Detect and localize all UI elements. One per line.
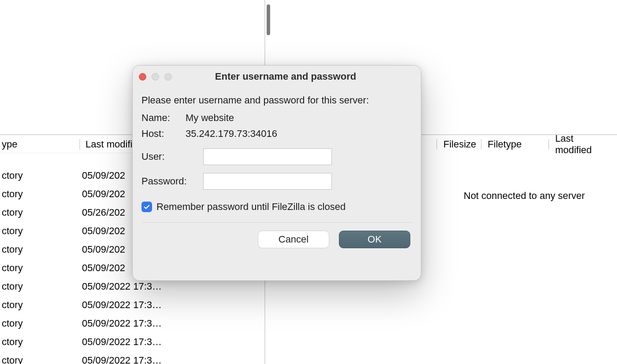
filetype-cell: ctory: [0, 262, 79, 274]
modified-cell: 05/09/202: [79, 225, 125, 237]
window-controls: [139, 73, 172, 81]
host-label: Host:: [141, 128, 186, 140]
password-input[interactable]: [203, 173, 332, 190]
zoom-icon: [164, 73, 172, 81]
column-header-last-modified-partial[interactable]: Last modifi: [84, 139, 132, 150]
remember-password-checkbox[interactable]: [141, 202, 152, 212]
filetype-cell: ctory: [0, 281, 79, 292]
modified-cell: 05/09/202: [79, 188, 125, 200]
table-row[interactable]: ctory05/09/2022 17:3…: [0, 296, 264, 314]
credentials-dialog: Enter username and password Please enter…: [132, 65, 421, 281]
minimize-icon: [152, 73, 159, 81]
user-label: User:: [141, 151, 203, 162]
remember-password-row[interactable]: Remember password until FileZilla is clo…: [141, 201, 412, 213]
filetype-cell: ctory: [0, 188, 79, 200]
modified-cell: 05/09/2022 17:3…: [79, 355, 162, 364]
dialog-separator: [141, 222, 412, 223]
password-label: Password:: [141, 176, 203, 187]
modified-cell: 05/09/2022 17:3…: [79, 281, 162, 292]
dialog-title: Enter username and password: [133, 71, 421, 82]
modified-cell: 05/09/2022 17:3…: [79, 299, 162, 311]
filetype-cell: ctory: [0, 355, 79, 364]
table-row[interactable]: ctory05/09/2022 17:3…: [0, 333, 264, 351]
column-separator[interactable]: [481, 139, 482, 150]
filetype-cell: ctory: [0, 299, 79, 311]
close-icon[interactable]: [139, 73, 146, 81]
not-connected-message: Not connected to any server: [464, 190, 585, 202]
scrollbar-thumb[interactable]: [267, 4, 270, 35]
modified-cell: 05/09/202: [79, 170, 125, 181]
filetype-cell: ctory: [0, 318, 79, 329]
column-separator[interactable]: [548, 139, 549, 150]
column-header-filesize[interactable]: Filesize: [441, 139, 479, 150]
filetype-cell: ctory: [0, 225, 79, 237]
host-value: 35.242.179.73:34016: [186, 128, 277, 140]
table-row[interactable]: ctory05/09/2022 17:3…: [0, 314, 264, 333]
name-label: Name:: [141, 112, 186, 124]
table-row[interactable]: ctory05/09/2022 17:3…: [0, 351, 264, 364]
remember-password-label: Remember password until FileZilla is clo…: [156, 201, 346, 213]
dialog-buttons: Cancel OK: [141, 231, 412, 248]
column-header-filetype[interactable]: Filetype: [485, 139, 524, 150]
ok-button[interactable]: OK: [339, 231, 410, 248]
column-separator[interactable]: [436, 139, 437, 150]
dialog-titlebar[interactable]: Enter username and password: [133, 66, 421, 88]
user-input[interactable]: [203, 148, 332, 165]
modified-cell: 05/09/202: [79, 244, 125, 255]
dialog-body: Please enter username and password for t…: [133, 88, 421, 256]
modified-cell: 05/09/2022 17:3…: [79, 318, 162, 329]
column-separator[interactable]: [79, 139, 80, 150]
modified-cell: 05/09/2022 17:3…: [79, 336, 162, 348]
filetype-cell: ctory: [0, 244, 79, 255]
checkmark-icon: [143, 203, 150, 210]
filetype-cell: ctory: [0, 336, 79, 348]
right-column-headers: Filesize Filetype Last modified: [436, 136, 617, 153]
column-header-filetype-partial[interactable]: ype: [0, 139, 79, 150]
dialog-prompt: Please enter username and password for t…: [141, 95, 412, 106]
column-header-last-modified[interactable]: Last modified: [553, 133, 615, 156]
filetype-cell: ctory: [0, 207, 79, 218]
modified-cell: 05/26/202: [79, 207, 125, 218]
modified-cell: 05/09/202: [79, 262, 125, 274]
cancel-button[interactable]: Cancel: [258, 231, 329, 248]
filetype-cell: ctory: [0, 170, 79, 181]
name-value: My website: [186, 112, 234, 124]
